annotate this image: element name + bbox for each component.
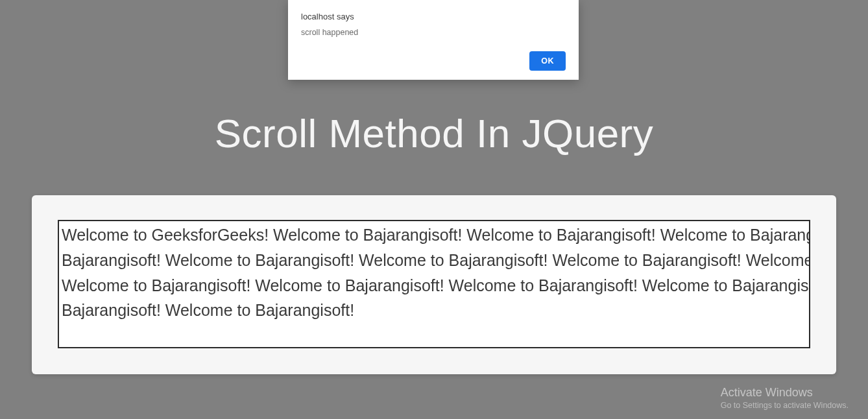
content-card: Welcome to GeeksforGeeks! Welcome to Baj… [32,195,836,374]
watermark-title: Activate Windows [721,386,849,400]
scroll-box[interactable]: Welcome to GeeksforGeeks! Welcome to Baj… [58,220,810,348]
alert-dialog-actions: OK [301,51,566,71]
alert-dialog-title: localhost says [301,12,566,21]
windows-activation-watermark: Activate Windows Go to Settings to activ… [721,386,849,410]
alert-dialog: localhost says scroll happened OK [288,0,579,80]
watermark-subtitle: Go to Settings to activate Windows. [721,401,849,410]
alert-dialog-message: scroll happened [301,28,566,37]
page-title: Scroll Method In JQuery [0,110,868,156]
scroll-box-text: Welcome to GeeksforGeeks! Welcome to Baj… [62,222,810,323]
ok-button[interactable]: OK [529,51,566,71]
